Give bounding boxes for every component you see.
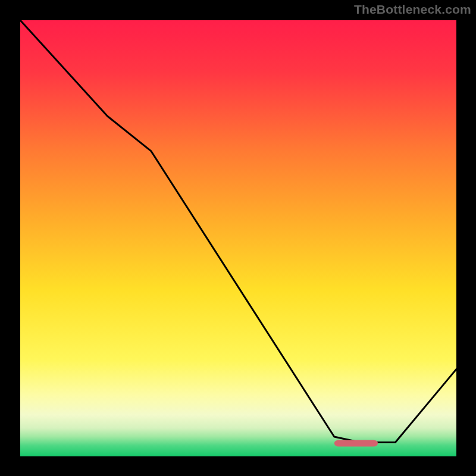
chart-stage: TheBottleneck.com bbox=[0, 0, 476, 476]
chart-svg bbox=[20, 20, 456, 456]
watermark-text: TheBottleneck.com bbox=[354, 2, 471, 17]
optimal-marker bbox=[334, 440, 378, 447]
gradient-background bbox=[20, 20, 456, 456]
plot-area bbox=[20, 20, 456, 456]
